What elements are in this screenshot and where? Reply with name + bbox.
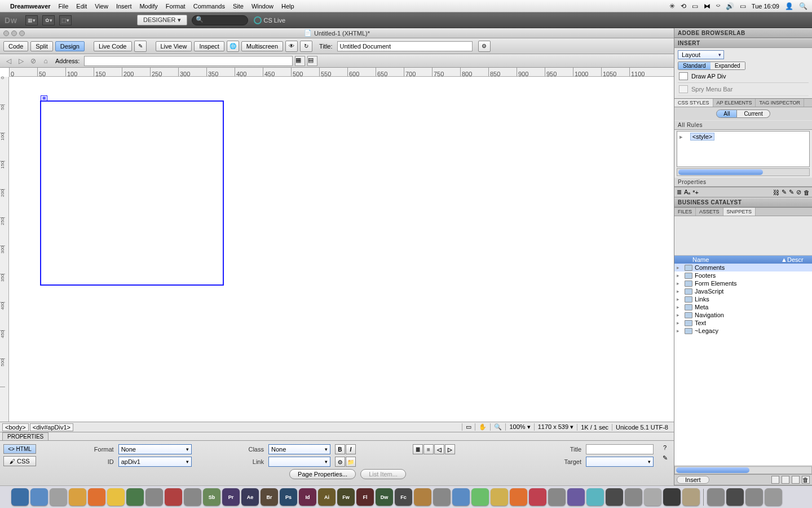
search-field[interactable]: 🔍 xyxy=(192,15,248,25)
edit-snippet-icon[interactable] xyxy=(792,476,800,484)
tag-body[interactable]: <body> xyxy=(2,423,29,431)
attach-icon[interactable]: ⛓ xyxy=(773,189,779,196)
dock-app[interactable]: Br xyxy=(261,488,278,506)
view-design-button[interactable]: Design xyxy=(55,41,85,51)
dock-app[interactable] xyxy=(11,488,29,506)
address-option2-icon[interactable]: ▤ xyxy=(307,56,317,66)
zoom-level[interactable]: 100% ▾ xyxy=(505,423,533,431)
forward-icon[interactable]: ▷ xyxy=(16,56,26,66)
dock-app[interactable] xyxy=(529,488,546,506)
col-name[interactable]: Name xyxy=(692,256,781,263)
menu-file[interactable]: File xyxy=(59,3,69,10)
snippet-folder[interactable]: ▸Navigation xyxy=(674,311,812,319)
ol-button[interactable]: ≡ xyxy=(423,444,434,454)
dock-app[interactable]: Sb xyxy=(203,488,220,506)
style-rule[interactable]: <style> xyxy=(690,133,714,141)
tab-css-styles[interactable]: CSS STYLES xyxy=(674,99,713,107)
dock-app[interactable] xyxy=(414,488,431,506)
workspace-switcher[interactable]: DESIGNER ▾ xyxy=(137,15,187,25)
snippet-folder[interactable]: ▸Links xyxy=(674,295,812,303)
dock-app[interactable]: Fl xyxy=(356,488,374,506)
dock-app[interactable] xyxy=(107,488,125,506)
expand-icon[interactable]: ▸ xyxy=(677,296,682,302)
dock-app[interactable] xyxy=(184,488,201,506)
expand-icon[interactable]: ▸ xyxy=(677,288,682,294)
menu-commands[interactable]: Commands xyxy=(193,3,225,10)
dock-app[interactable] xyxy=(726,488,744,506)
options-icon[interactable]: ⚙ xyxy=(478,41,491,52)
id-select[interactable]: apDiv1 xyxy=(118,457,192,467)
live-view-button[interactable]: Live View xyxy=(156,41,192,51)
view-code-button[interactable]: Code xyxy=(3,41,28,51)
bluetooth-icon[interactable]: ⧓ xyxy=(704,2,710,10)
link-select[interactable] xyxy=(268,457,330,467)
stop-icon[interactable]: ⊘ xyxy=(28,56,38,66)
extend-icon[interactable]: ✿▾ xyxy=(42,15,55,25)
business-catalyst-header[interactable]: BUSINESS CATALYST xyxy=(674,198,812,207)
insert-category-select[interactable]: Layout xyxy=(678,50,724,59)
dock-app[interactable] xyxy=(126,488,144,506)
expand-icon[interactable]: ▸ xyxy=(677,281,682,286)
tab-files[interactable]: FILES xyxy=(674,208,696,216)
window-controls[interactable] xyxy=(3,30,25,36)
expand-icon[interactable]: ▸ xyxy=(679,133,683,140)
zoom-icon[interactable]: 🔍 xyxy=(490,423,505,431)
sort-icon[interactable]: ▲ xyxy=(781,256,787,263)
dock-app[interactable] xyxy=(707,488,725,506)
category-view-icon[interactable]: ≣ xyxy=(677,189,682,196)
insert-spry-menu[interactable]: Spry Menu Bar xyxy=(678,83,809,96)
dock-app[interactable] xyxy=(50,488,67,506)
ap-div-handle-icon[interactable]: ▦ xyxy=(41,95,47,101)
expand-icon[interactable]: ▸ xyxy=(677,312,682,318)
indent-button[interactable]: ▷ xyxy=(445,444,455,454)
dock-app[interactable] xyxy=(606,488,623,506)
menu-site[interactable]: Site xyxy=(233,3,244,10)
dock-app[interactable]: Ps xyxy=(280,488,297,506)
dock-app[interactable] xyxy=(452,488,470,506)
timemachine-icon[interactable]: ⟲ xyxy=(681,2,686,10)
dock-app[interactable] xyxy=(567,488,585,506)
clock[interactable]: Tue 16:09 xyxy=(752,3,779,10)
properties-tab[interactable]: PROPERTIES xyxy=(2,432,48,440)
layout-icon[interactable]: ▦▾ xyxy=(25,15,38,25)
battery-icon[interactable]: ▭ xyxy=(740,2,746,10)
dock-app[interactable] xyxy=(433,488,451,506)
menu-help[interactable]: Help xyxy=(281,3,294,10)
new-rule-icon[interactable]: ✎ xyxy=(782,189,787,196)
new-snippet-icon[interactable] xyxy=(782,476,789,484)
expand-icon[interactable]: ▸ xyxy=(677,265,682,270)
dock-app[interactable] xyxy=(682,488,700,506)
dock-app[interactable] xyxy=(745,488,763,506)
dock-app[interactable] xyxy=(30,488,48,506)
title-input[interactable] xyxy=(337,41,473,51)
dock-app[interactable] xyxy=(663,488,681,506)
set-view-icon[interactable]: *+ xyxy=(692,189,699,196)
live-code-button[interactable]: Live Code xyxy=(94,41,132,51)
dock-app[interactable]: Id xyxy=(299,488,316,506)
browse-icon[interactable]: 📁 xyxy=(346,457,356,467)
multiscreen-button[interactable]: Multiscreen xyxy=(241,41,283,51)
tab-assets[interactable]: ASSETS xyxy=(696,208,723,216)
status-icon[interactable]: ✳ xyxy=(669,2,675,10)
browserlab-panel-header[interactable]: ADOBE BROWSERLAB xyxy=(674,28,812,38)
format-select[interactable]: None xyxy=(118,444,192,454)
insert-draw-ap-div[interactable]: Draw AP Div xyxy=(678,70,809,83)
inspect-button[interactable]: Inspect xyxy=(194,41,224,51)
spotlight-icon[interactable]: 🔍 xyxy=(799,2,807,10)
snippet-folder[interactable]: ▸JavaScript xyxy=(674,287,812,295)
tab-snippets[interactable]: SNIPPETS xyxy=(723,208,756,216)
ul-button[interactable]: ≣ xyxy=(413,444,423,454)
view-split-button[interactable]: Split xyxy=(30,41,52,51)
snippet-folder[interactable]: ▸~Legacy xyxy=(674,327,812,335)
rules-scrollbar[interactable] xyxy=(677,168,810,176)
bold-button[interactable]: B xyxy=(335,444,345,454)
class-select[interactable]: None xyxy=(268,444,330,454)
dock-app[interactable] xyxy=(471,488,489,506)
dock-app[interactable]: Fc xyxy=(395,488,412,506)
col-desc[interactable]: Descr xyxy=(787,256,810,263)
css-all-tab[interactable]: All xyxy=(716,110,737,118)
address-input[interactable] xyxy=(84,56,293,66)
ap-div-element[interactable]: ▦ xyxy=(40,100,224,286)
menu-edit[interactable]: Edit xyxy=(76,3,87,10)
display-icon[interactable]: ▭ xyxy=(692,2,698,10)
